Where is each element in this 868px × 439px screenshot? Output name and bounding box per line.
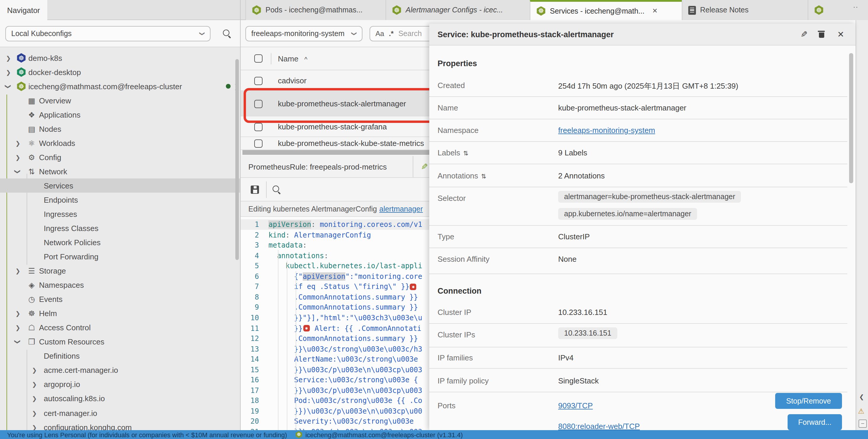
sidebar-item-port-forwarding[interactable]: Port Forwarding [0,250,240,264]
type-label: Type [438,232,454,241]
sidebar-item-access-control[interactable]: ❯☖Access Control [0,321,240,335]
cluster-ips-label: Cluster IPs [438,330,475,339]
stop-remove-button[interactable]: Stop/Remove [775,393,842,409]
sidebar-item-label: Network Policies [44,238,100,247]
sidebar-item-storage[interactable]: ❯☰Storage [0,264,240,278]
row-checkbox[interactable] [254,76,262,85]
chevron-down-icon[interactable]: ❯ [14,169,21,174]
sidebar-item-label: configuration.konghq.com [44,423,132,430]
delete-icon[interactable] [818,30,825,38]
panel-divider[interactable] [240,0,241,430]
chevron-right-icon[interactable]: ❯ [32,410,37,416]
type-value: ClusterIP [558,232,590,241]
sidebar-item-label: Config [39,153,61,162]
labels-label[interactable]: Labels⇅ [438,148,468,157]
sidebar-item-argoproj-io[interactable]: ❯argoproj.io [0,377,240,392]
details-scrollbar[interactable] [849,53,853,183]
created-label: Created [438,81,465,90]
name-label: Name [438,103,458,112]
column-header-name[interactable]: Name^ [278,54,307,63]
sidebar-item-custom-resources[interactable]: ❯❒Custom Resources [0,335,240,349]
apps-icon: ❖ [27,110,37,119]
service-name: kube-prometheus-stack-kube-state-metrics [278,139,424,148]
details-title: Service: kube-prometheus-stack-alertmana… [438,30,614,39]
sidebar-item-config[interactable]: ❯⚙Config [0,150,240,165]
license-notice: You're using Lens Personal (for individu… [7,431,287,438]
network-icon: ⇅ [27,167,37,176]
line-number: 17 [240,386,269,395]
row-checkbox[interactable] [254,139,262,148]
kubeconfig-select[interactable]: Local Kubeconfigs ❯ [5,26,211,41]
sidebar-item-namespaces[interactable]: ◈Namespaces [0,278,240,292]
document-icon [688,6,696,14]
editor-search-icon[interactable] [272,184,281,194]
sidebar-item-ingress-classes[interactable]: Ingress Classes [0,221,240,235]
tab-services[interactable]: ☸ Services - icecheng@math... ✕ [530,0,682,20]
sidebar-item-label: Events [39,295,63,304]
search-icon[interactable] [222,29,232,38]
indent-guide [287,261,287,430]
namespace-link[interactable]: freeleaps-monitoring-system [558,126,655,135]
sidebar-item-endpoints[interactable]: Endpoints [0,193,240,207]
chevron-right-icon[interactable]: ❯ [6,55,11,61]
sidebar-item-autoscaling-k8s-io[interactable]: ❯autoscaling.k8s.io [0,392,240,406]
chevron-down-icon[interactable]: ❯ [14,339,21,344]
chevron-right-icon[interactable]: ❯ [16,140,21,146]
tab-release-notes[interactable]: Release Notes [682,0,808,20]
sidebar-item-workloads[interactable]: ❯⚛Workloads [0,136,240,150]
close-icon[interactable]: ✕ [837,30,844,39]
regex-icon[interactable]: .* [389,30,394,38]
sidebar-item-services[interactable]: Services [0,179,240,193]
tab-overflow[interactable]: ☸ [808,0,868,20]
port-link-8080[interactable]: 8080:reloader-web/TCP [558,422,640,430]
chevron-right-icon[interactable]: ❯ [32,396,37,402]
close-tab-icon[interactable]: ✕ [652,7,657,15]
zoom-out-control[interactable]: – [859,419,867,428]
chevron-right-icon[interactable]: ❯ [32,381,37,388]
sidebar-item-network-policies[interactable]: Network Policies [0,235,240,250]
alarm-emoji: ✱ [303,325,310,332]
kubernetes-icon: ☸ [814,5,824,15]
tab-alertmanager-configs[interactable]: ☸ Alertmanager Configs - icec... [385,0,530,20]
chevron-right-icon[interactable]: ❯ [6,69,11,75]
sidebar-scrollbar[interactable] [235,59,239,260]
port-link-9093[interactable]: 9093/TCP [558,401,593,410]
sidebar-item-label: Access Control [39,324,91,332]
chevron-right-icon[interactable]: ❯ [16,268,21,274]
sidebar-item-definitions[interactable]: Definitions [0,349,240,363]
sidebar-item-helm[interactable]: ❯☸Helm [0,306,240,320]
select-all-checkbox[interactable] [254,54,262,63]
warning-icon[interactable]: ⚠ [858,407,864,415]
chevron-left-icon[interactable]: ❮ [859,394,864,400]
sidebar-item-ingresses[interactable]: Ingresses [0,207,240,221]
sidebar-item-docker-desktop[interactable]: ❯☸docker-desktop [0,65,240,79]
sidebar-item-configuration-konghq-com[interactable]: ❯configuration.konghq.com [0,420,240,430]
row-checkbox[interactable] [254,123,262,131]
sidebar-item-overview[interactable]: ▦Overview [0,93,240,107]
tab-pods[interactable]: ☸ Pods - icecheng@mathmas... [245,0,385,20]
sidebar-item-network[interactable]: ❯⇅Network [0,165,240,179]
chevron-right-icon[interactable]: ❯ [16,310,21,317]
chevron-right-icon[interactable]: ❯ [16,325,21,331]
annotations-label[interactable]: Annotations⇅ [438,171,486,180]
chevron-right-icon[interactable]: ❯ [32,424,37,430]
sidebar-item-label: Endpoints [44,196,78,204]
namespace-select[interactable]: freeleaps-monitoring-system ❯ [245,26,363,41]
sidebar-item-acme-cert-manager-io[interactable]: ❯acme.cert-manager.io [0,363,240,377]
sidebar-item-nodes[interactable]: ▤Nodes [0,122,240,136]
match-case-icon[interactable]: Aa [375,30,384,38]
sidebar-item-events[interactable]: ◷Events [0,292,240,306]
chevron-right-icon[interactable]: ❯ [32,367,37,374]
kubeconfig-toolbar: Local Kubeconfigs ❯ [0,20,240,47]
forward-button[interactable]: Forward... [787,414,842,430]
sidebar-item-applications[interactable]: ❖Applications [0,107,240,122]
save-icon[interactable] [251,185,259,194]
sidebar-item-icecheng-mathmast-com-freeleaps-cluster[interactable]: ❯☸icecheng@mathmast.com@freeleaps-cluste… [0,79,240,93]
chevron-down-icon[interactable]: ❯ [5,84,11,89]
sidebar-item-cert-manager-io[interactable]: ❯cert-manager.io [0,406,240,420]
chevron-right-icon[interactable]: ❯ [16,154,21,161]
sidebar-item-demo-k8s[interactable]: ❯☸demo-k8s [0,51,240,65]
edit-icon[interactable]: ✎ [421,162,428,171]
alertmanager-config-link[interactable]: alertmanager [379,205,423,213]
edit-icon[interactable]: ✎ [801,30,807,39]
